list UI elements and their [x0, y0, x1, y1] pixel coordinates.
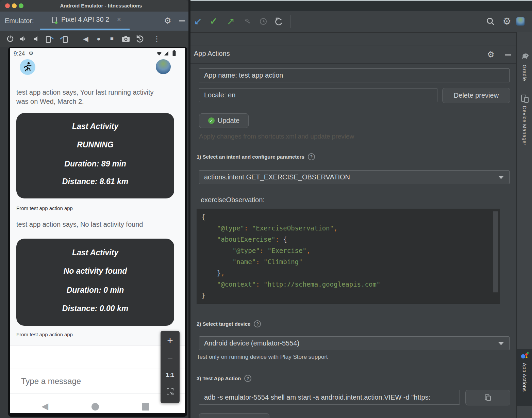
card-duration: Duration: 89 min	[16, 159, 174, 168]
battery-icon	[172, 50, 176, 56]
panel-header-border	[190, 63, 516, 64]
adb-command-field[interactable]: adb -s emulator-5554 shell am start -a a…	[199, 390, 460, 405]
activity-card: Last Activity RUNNING Duration: 89 min D…	[16, 113, 174, 198]
device-dropdown[interactable]: Android device (emulator-5554)	[199, 336, 510, 350]
dropdown-arrow-icon	[498, 342, 504, 345]
camera-icon[interactable]	[121, 31, 131, 47]
studio-top-strip	[190, 0, 532, 11]
rotate-right-icon[interactable]	[59, 31, 69, 47]
app-avatar	[20, 59, 35, 75]
update-check-icon: ✓	[208, 117, 215, 124]
divider	[10, 369, 185, 369]
android-studio-window: ↙ ✓ ↗ ⚙ App Actions ⚙ App name: test	[190, 0, 532, 418]
card-title: Last Activity	[16, 248, 174, 257]
intent-dropdown-value: actions.intent.GET_EXERCISE_OBSERVATION	[204, 173, 350, 181]
device-manager-icon	[521, 94, 529, 103]
code-label: exerciseObservation:	[201, 196, 265, 204]
update-hint-text: Apply changes from shortcuts.xml and upd…	[199, 133, 354, 140]
message-input[interactable]: Type a message	[21, 376, 81, 386]
intent-dropdown[interactable]: actions.intent.GET_EXERCISE_OBSERVATION	[199, 170, 510, 184]
nav-overview-icon[interactable]	[142, 403, 149, 411]
locale-field[interactable]: Locale: en	[199, 88, 437, 102]
update-button-label: Update	[218, 117, 240, 125]
user-avatar	[156, 59, 171, 74]
history-clock-icon[interactable]	[257, 10, 269, 32]
delete-preview-button[interactable]: Delete preview	[442, 88, 510, 103]
card-activity: No activity found	[16, 267, 174, 276]
phone-screen: 9:24 ⚙ test app a	[10, 48, 185, 413]
chat-message: test app action says, Your last running …	[16, 88, 169, 106]
volume-up-icon[interactable]	[18, 31, 29, 47]
emulator-toolbar: ◀ ● ■ ⋮	[0, 31, 188, 47]
arrow-up-right-icon[interactable]: ↗	[225, 10, 237, 32]
tab-pixel-4[interactable]: Pixel 4 API 30 2 ×	[40, 12, 130, 29]
from-app-label: From test app action app	[16, 332, 73, 337]
zoom-in-button[interactable]: +	[161, 335, 180, 347]
toolbar-separator	[290, 15, 290, 28]
maximize-traffic-light[interactable]	[19, 3, 23, 8]
more-options-icon[interactable]: ⋮	[152, 31, 161, 47]
status-bar-time: 9:24	[14, 50, 25, 57]
activity-card: Last Activity No activity found Duration…	[16, 239, 174, 326]
settings-gear-icon[interactable]: ⚙	[501, 10, 513, 32]
rotate-left-icon[interactable]	[45, 31, 55, 47]
run-app-action-button-partial[interactable]	[199, 413, 269, 418]
screen: Android Emulator - fitnessactions Emulat…	[0, 0, 532, 418]
minimize-traffic-light[interactable]	[12, 3, 17, 8]
tab-close-icon[interactable]: ×	[117, 16, 121, 23]
window-title: Android Emulator - fitnessactions	[27, 3, 175, 9]
panel-title: App Actions	[194, 50, 230, 58]
runner-icon	[23, 62, 32, 72]
close-traffic-light[interactable]	[5, 3, 10, 8]
user-profile-avatar[interactable]	[516, 17, 525, 26]
tool-tab-app-actions[interactable]: App Actions	[517, 349, 532, 406]
tool-window-stripe: Gradle Device Manager App Actions	[516, 32, 532, 418]
zoom-out-button[interactable]: −	[161, 353, 180, 364]
emulator-settings-gear-icon[interactable]: ⚙	[164, 16, 171, 26]
code-scrollbar[interactable]	[493, 211, 498, 292]
section-3-label: 3) Test App Action ?	[197, 375, 251, 382]
nav-back-icon[interactable]: ◀	[41, 401, 48, 412]
phone-device-icon	[51, 16, 59, 25]
overview-icon[interactable]: ■	[107, 31, 117, 47]
card-distance: Distance: 0.00 km	[16, 304, 174, 313]
app-name-field[interactable]: App name: test app action	[199, 68, 510, 82]
section-2-label: 2) Select target device ?	[197, 320, 261, 327]
panel-gear-icon[interactable]: ⚙	[487, 50, 495, 59]
assistant-icon	[520, 352, 529, 360]
from-app-label: From test app action app	[16, 205, 73, 211]
panel-minimize-icon[interactable]	[505, 54, 511, 55]
attach-arrows-icon[interactable]	[241, 10, 253, 32]
arrow-down-left-icon[interactable]: ↙	[192, 10, 204, 32]
emulator-window: Android Emulator - fitnessactions Emulat…	[0, 0, 188, 418]
update-button[interactable]: ✓ Update	[199, 113, 249, 128]
home-icon[interactable]: ●	[94, 31, 103, 47]
help-icon[interactable]: ?	[308, 153, 315, 160]
copy-command-button[interactable]	[465, 390, 510, 405]
help-icon[interactable]: ?	[244, 375, 251, 382]
status-bar-gear-icon: ⚙	[29, 50, 33, 57]
undo-icon[interactable]	[272, 10, 286, 32]
divider	[10, 393, 185, 393]
section-1-label: 1) Select an intent and configure parame…	[197, 153, 315, 160]
card-title: Last Activity	[16, 122, 174, 131]
emulator-minimize-icon[interactable]	[179, 20, 185, 21]
nav-home-icon[interactable]	[92, 403, 99, 411]
volume-down-icon[interactable]	[32, 31, 41, 47]
check-run-icon[interactable]: ✓	[207, 10, 220, 32]
help-icon[interactable]: ?	[254, 320, 261, 327]
tab-underline	[40, 29, 130, 30]
snapshot-restore-icon[interactable]	[135, 31, 145, 47]
card-activity: RUNNING	[16, 140, 174, 149]
back-icon[interactable]: ◀	[81, 31, 90, 47]
code-box: { "@type": "ExerciseObservation", "about…	[197, 209, 500, 304]
power-icon[interactable]	[5, 31, 15, 47]
tool-tab-device-manager[interactable]: Device Manager	[517, 94, 532, 196]
fit-to-screen-icon[interactable]	[166, 388, 174, 396]
code-block: { "@type": "ExerciseObservation", "about…	[197, 209, 500, 301]
search-icon[interactable]	[484, 10, 497, 32]
zoom-reset-button[interactable]: 1:1	[161, 372, 180, 379]
tab-title: Pixel 4 API 30 2	[61, 16, 109, 23]
card-distance: Distance: 8.61 km	[16, 177, 174, 186]
card-duration: Duration: 0 min	[16, 286, 174, 295]
